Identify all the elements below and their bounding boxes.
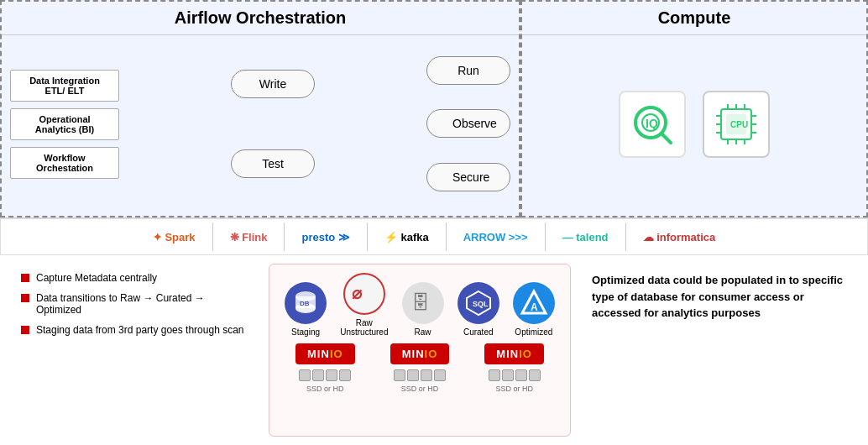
optimized-icon-item: A Optimized xyxy=(513,282,555,337)
disk-1a xyxy=(299,369,311,381)
tools-strip: ✦ Spark ❋ Flink presto ≫ ⚡ kafka ARROW >… xyxy=(0,218,868,255)
bullet-3 xyxy=(21,326,29,334)
circuit-svg-icon: CPU xyxy=(711,99,761,149)
disk-label-1: SSD or HD xyxy=(306,385,344,393)
minio-item-1: MINIO SSD or HD xyxy=(295,343,355,393)
optimized-icon: A xyxy=(513,282,555,324)
staging-icon: DB xyxy=(285,282,327,324)
write-button[interactable]: Write xyxy=(231,70,315,98)
left-boxes: Data IntegrationETL/ ELT OperationalAnal… xyxy=(10,44,119,204)
optimized-label: Optimized xyxy=(515,327,552,337)
info-text-2: Data transitions to Raw → Curated → Opti… xyxy=(36,292,248,316)
circuit-logo: CPU xyxy=(703,91,770,158)
curated-icon-item: SQL Curated xyxy=(458,282,499,337)
info-item-1: Capture Metadata centrally xyxy=(21,272,248,284)
right-buttons: Run Observe Secure xyxy=(426,44,510,204)
description-text: Optimized data could be populated in to … xyxy=(592,272,847,322)
talend-tool: — talend xyxy=(562,231,609,243)
staging-svg: DB xyxy=(290,288,321,318)
secure-button[interactable]: Secure xyxy=(426,163,510,191)
disk-3a xyxy=(489,369,500,381)
disk-3d xyxy=(529,369,541,381)
info-item-2: Data transitions to Raw → Curated → Opti… xyxy=(21,292,248,316)
svg-text:DB: DB xyxy=(300,300,310,307)
disk-icons-2 xyxy=(394,369,446,381)
box-workflow: WorkflowOrchestation xyxy=(10,147,119,179)
lake-icons-row: DB Staging ⌀ RawUnstructured 🗄 xyxy=(278,273,562,337)
raw-svg: 🗄 xyxy=(408,288,438,318)
staging-icon-item: DB Staging xyxy=(285,282,327,337)
minio-badge-2: MINIO xyxy=(390,343,450,364)
raw-unstructured-icon-item: ⌀ RawUnstructured xyxy=(340,273,388,337)
disk-2d xyxy=(434,369,446,381)
disk-3c xyxy=(515,369,527,381)
svg-line-3 xyxy=(661,134,671,143)
test-button[interactable]: Test xyxy=(231,149,315,178)
kafka-tool: ⚡ kafka xyxy=(384,231,429,243)
minio-badge-3: MINIO xyxy=(484,343,544,364)
svg-text:🗄: 🗄 xyxy=(411,292,430,313)
compute-title: Compute xyxy=(522,2,866,35)
disk-2a xyxy=(394,369,405,381)
airflow-inner: Data IntegrationETL/ ELT OperationalAnal… xyxy=(2,35,519,212)
minio-badge-1: MINIO xyxy=(295,343,355,364)
curated-label: Curated xyxy=(463,327,494,337)
sep6 xyxy=(625,222,626,251)
bottom-section: Capture Metadata centrally Data transiti… xyxy=(0,255,868,445)
disk-3b xyxy=(502,369,514,381)
disk-icons-1 xyxy=(299,369,351,381)
disk-1b xyxy=(312,369,324,381)
sep3 xyxy=(367,222,368,251)
box-operational-analytics: OperationalAnalytics (BI) xyxy=(10,108,119,140)
presto-tool: presto ≫ xyxy=(301,231,349,243)
iq-svg-icon: IQ xyxy=(627,99,677,149)
sep2 xyxy=(284,222,285,251)
svg-text:A: A xyxy=(531,301,538,313)
compute-panel: Compute IQ xyxy=(520,0,868,217)
flink-tool: ❋ Flink xyxy=(230,231,268,243)
raw-label: Raw xyxy=(415,327,431,337)
disk-label-2: SSD or HD xyxy=(401,385,439,393)
sep1 xyxy=(212,222,213,251)
disk-icons-3 xyxy=(489,369,541,381)
disk-2b xyxy=(407,369,419,381)
airflow-panel: Airflow Orchestration Data IntegrationET… xyxy=(0,0,520,217)
svg-text:CPU: CPU xyxy=(730,120,748,129)
svg-text:SQL: SQL xyxy=(473,300,489,308)
sep5 xyxy=(545,222,546,251)
observe-button[interactable]: Observe xyxy=(426,109,510,138)
data-lake-panel: DB Staging ⌀ RawUnstructured 🗄 xyxy=(269,264,571,437)
minio-item-3: MINIO SSD or HD xyxy=(484,343,544,393)
arrow-tool: ARROW >>> xyxy=(463,231,528,243)
info-panel: Capture Metadata centrally Data transiti… xyxy=(8,264,260,437)
info-item-3: Staging data from 3rd party goes through… xyxy=(21,324,248,336)
disk-1d xyxy=(339,369,351,381)
svg-text:⌀: ⌀ xyxy=(352,284,363,302)
compute-inner: IQ xyxy=(522,35,866,212)
center-buttons: Write Test xyxy=(128,44,418,204)
disk-1c xyxy=(326,369,337,381)
bullet-2 xyxy=(21,294,29,302)
disk-label-3: SSD or HD xyxy=(495,385,533,393)
run-button[interactable]: Run xyxy=(426,56,510,85)
spark-tool: ✦ Spark xyxy=(153,231,196,243)
curated-svg: SQL xyxy=(463,288,494,318)
informatica-tool: ☁ informatica xyxy=(643,231,716,243)
curated-icon: SQL xyxy=(458,282,499,324)
disk-2c xyxy=(421,369,432,381)
optimized-svg: A xyxy=(519,288,549,318)
raw-icon: 🗄 xyxy=(402,282,444,324)
minio-row: MINIO SSD or HD MINIO xyxy=(278,343,562,393)
iq-logo: IQ xyxy=(619,91,686,158)
svg-text:IQ: IQ xyxy=(646,117,658,130)
info-text-1: Capture Metadata centrally xyxy=(36,272,157,284)
raw-unstructured-svg: ⌀ xyxy=(349,279,379,309)
raw-icon-item: 🗄 Raw xyxy=(402,282,444,337)
bullet-1 xyxy=(21,274,29,282)
top-section: Airflow Orchestration Data IntegrationET… xyxy=(0,0,868,218)
raw-unstructured-label: RawUnstructured xyxy=(340,318,388,337)
info-text-3: Staging data from 3rd party goes through… xyxy=(36,324,243,336)
raw-unstructured-icon: ⌀ xyxy=(343,273,385,315)
sep4 xyxy=(446,222,447,251)
desc-panel: Optimized data could be populated in to … xyxy=(579,264,860,437)
